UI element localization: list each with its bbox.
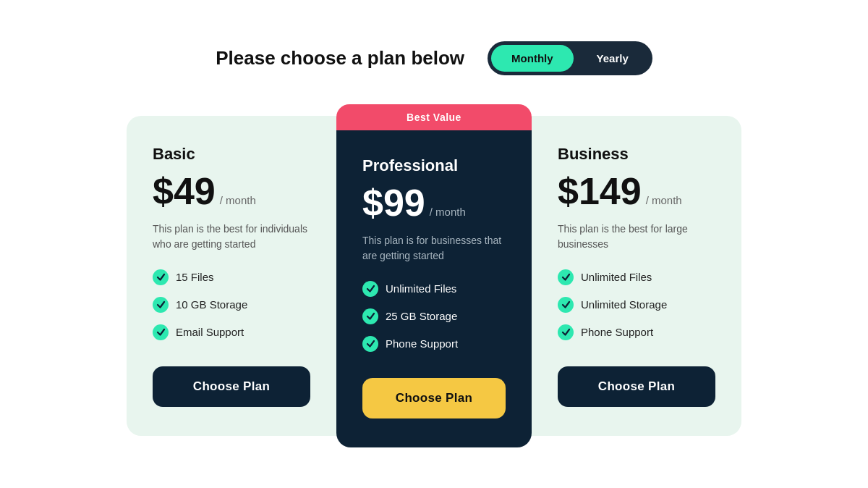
business-plan-description: This plan is the best for large business… — [558, 222, 715, 252]
check-icon — [558, 324, 574, 340]
basic-plan-name: Basic — [153, 145, 310, 164]
business-plan-price-row: $149 / month — [558, 172, 715, 210]
plans-container: Basic $49 / month This plan is the best … — [127, 104, 741, 447]
professional-feature-3-label: Phone Support — [386, 337, 458, 350]
basic-feature-2: 10 GB Storage — [153, 297, 310, 313]
professional-feature-3: Phone Support — [362, 336, 506, 352]
check-icon — [153, 324, 169, 340]
check-icon — [362, 281, 378, 297]
business-feature-2-label: Unlimited Storage — [581, 298, 667, 311]
professional-plan-name: Professional — [362, 156, 506, 175]
page-header: Please choose a plan below Monthly Yearl… — [216, 41, 652, 75]
basic-feature-3: Email Support — [153, 324, 310, 340]
check-icon — [153, 297, 169, 313]
professional-plan-description: This plan is for businesses that are get… — [362, 233, 506, 264]
billing-toggle[interactable]: Monthly Yearly — [488, 41, 652, 75]
professional-plan-card: Professional $99 / month This plan is fo… — [336, 130, 532, 447]
professional-choose-plan-button[interactable]: Choose Plan — [362, 378, 506, 418]
professional-feature-2-label: 25 GB Storage — [386, 310, 457, 322]
business-feature-2: Unlimited Storage — [558, 297, 715, 313]
basic-feature-1-label: 15 Files — [176, 271, 214, 283]
basic-plan-period: / month — [220, 194, 256, 206]
professional-feature-1-label: Unlimited Files — [386, 282, 456, 295]
check-icon — [558, 297, 574, 313]
check-icon — [362, 308, 378, 324]
basic-feature-2-label: 10 GB Storage — [176, 298, 247, 311]
business-feature-1-label: Unlimited Files — [581, 271, 652, 283]
basic-feature-1: 15 Files — [153, 269, 310, 285]
check-icon — [362, 336, 378, 352]
check-icon — [153, 269, 169, 285]
basic-plan-card: Basic $49 / month This plan is the best … — [127, 116, 344, 436]
professional-plan-price: $99 — [362, 184, 425, 222]
professional-feature-1: Unlimited Files — [362, 281, 506, 297]
monthly-toggle-btn[interactable]: Monthly — [491, 45, 574, 72]
business-plan-name: Business — [558, 145, 715, 164]
business-feature-3: Phone Support — [558, 324, 715, 340]
basic-choose-plan-button[interactable]: Choose Plan — [153, 366, 310, 407]
basic-plan-description: This plan is the best for individuals wh… — [153, 222, 310, 252]
professional-features-list: Unlimited Files 25 GB Storage Phone Supp… — [362, 281, 506, 352]
page-title: Please choose a plan below — [216, 47, 464, 70]
yearly-toggle-btn[interactable]: Yearly — [576, 45, 649, 72]
business-features-list: Unlimited Files Unlimited Storage Phone … — [558, 269, 715, 340]
basic-feature-3-label: Email Support — [176, 326, 244, 338]
professional-plan-price-row: $99 / month — [362, 184, 506, 222]
professional-feature-2: 25 GB Storage — [362, 308, 506, 324]
check-icon — [558, 269, 574, 285]
basic-plan-price: $49 — [153, 172, 216, 210]
business-feature-1: Unlimited Files — [558, 269, 715, 285]
basic-features-list: 15 Files 10 GB Storage Email Support — [153, 269, 310, 340]
business-feature-3-label: Phone Support — [581, 326, 653, 338]
professional-plan-period: / month — [430, 206, 466, 218]
best-value-badge: Best Value — [336, 104, 532, 130]
professional-plan-wrapper: Best Value Professional $99 / month This… — [336, 104, 532, 447]
business-plan-card: Business $149 / month This plan is the b… — [524, 116, 741, 436]
business-choose-plan-button[interactable]: Choose Plan — [558, 366, 715, 407]
business-plan-price: $149 — [558, 172, 642, 210]
basic-plan-price-row: $49 / month — [153, 172, 310, 210]
business-plan-period: / month — [646, 194, 682, 206]
